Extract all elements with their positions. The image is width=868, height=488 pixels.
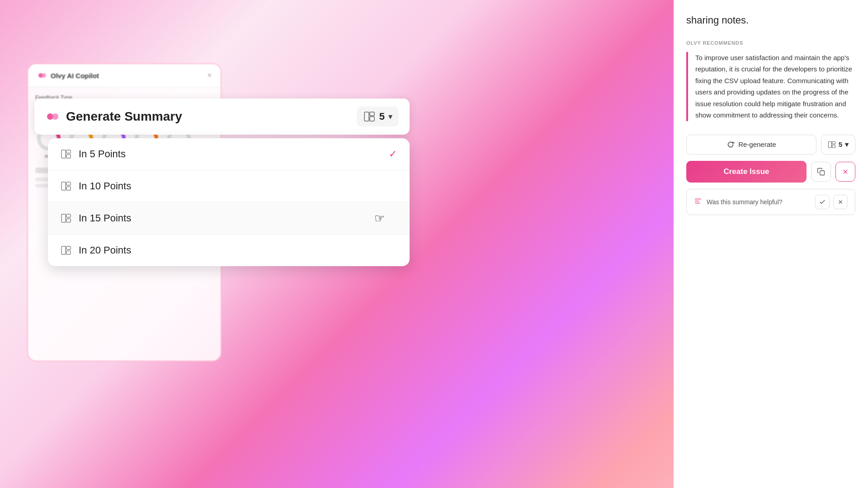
- svg-rect-28: [66, 214, 71, 217]
- check-icon: ✓: [389, 148, 397, 160]
- points-chevron-icon: ▾: [388, 112, 392, 122]
- points-icon: [363, 110, 376, 123]
- svg-rect-20: [370, 117, 374, 121]
- recommendation-block: To improve user satisfaction and maintai…: [686, 52, 855, 121]
- regen-points-value: 5: [839, 141, 842, 148]
- svg-rect-18: [364, 112, 369, 121]
- thumbs-down-button[interactable]: [833, 195, 848, 209]
- regen-chevron-icon: ▾: [845, 141, 849, 149]
- copy-icon: [817, 168, 825, 176]
- svg-point-1: [42, 73, 46, 78]
- svg-rect-21: [61, 150, 66, 158]
- cursor-hand-icon: ☞: [374, 211, 385, 225]
- re-generate-button[interactable]: Re-generate: [686, 135, 816, 155]
- svg-rect-25: [66, 182, 71, 185]
- svg-rect-26: [66, 187, 71, 190]
- lines-icon: [694, 197, 702, 205]
- svg-rect-22: [66, 150, 71, 153]
- generate-summary-bar: Generate Summary 5 ▾: [34, 99, 410, 135]
- create-issue-row: Create Issue: [686, 161, 855, 183]
- left-panel-label: Olvy AI Copilot: [51, 72, 99, 80]
- item-5-label: In 5 Points: [79, 148, 126, 160]
- helpful-actions: [815, 195, 848, 209]
- svg-rect-36: [820, 171, 825, 175]
- svg-rect-35: [832, 145, 835, 148]
- points-icon-5: [61, 149, 71, 160]
- dismiss-button[interactable]: [835, 162, 855, 182]
- dropdown-item-10-points[interactable]: In 10 Points: [48, 170, 410, 202]
- svg-rect-32: [66, 251, 71, 254]
- points-icon-10: [61, 181, 71, 192]
- sharing-notes-text: sharing notes.: [686, 14, 855, 28]
- dropdown-item-20-points[interactable]: In 20 Points: [48, 235, 410, 266]
- svg-rect-27: [61, 214, 66, 222]
- regen-points-selector-button[interactable]: 5 ▾: [821, 135, 855, 155]
- olvy-dots-icon: [45, 109, 60, 124]
- svg-rect-29: [66, 219, 71, 222]
- item-15-label: In 15 Points: [79, 212, 131, 224]
- svg-rect-33: [828, 141, 831, 148]
- dropdown-item-5-points[interactable]: In 5 Points ✓: [48, 138, 410, 170]
- selected-points-value: 5: [379, 111, 385, 122]
- left-panel-title: Olvy AI Copilot: [37, 70, 99, 80]
- svg-rect-19: [370, 112, 374, 116]
- dismiss-icon: [842, 168, 849, 175]
- svg-rect-30: [61, 246, 66, 254]
- dropdown-item-15-points[interactable]: In 15 Points ☞: [48, 202, 410, 235]
- svg-point-17: [52, 113, 58, 120]
- svg-rect-34: [832, 141, 835, 144]
- generate-summary-title: Generate Summary: [66, 109, 182, 124]
- helpful-text: Was this summary helpful?: [707, 198, 811, 206]
- olvy-recommends-label: OLVY RECOMMENDS: [686, 40, 855, 46]
- points-icon-15: [61, 213, 71, 224]
- points-selector-button[interactable]: 5 ▾: [357, 107, 399, 127]
- svg-rect-24: [61, 182, 66, 190]
- points-dropdown-menu: In 5 Points ✓ In 10 Points In 15 Points …: [48, 138, 410, 266]
- right-panel: sharing notes. OLVY RECOMMENDS To improv…: [674, 0, 868, 488]
- regen-cycle-icon: [726, 141, 735, 149]
- close-left-panel-button[interactable]: ×: [208, 71, 212, 80]
- regen-points-icon: [828, 141, 836, 149]
- create-issue-button[interactable]: Create Issue: [686, 161, 807, 183]
- item-20-label: In 20 Points: [79, 244, 131, 256]
- gen-summary-left: Generate Summary: [45, 109, 182, 124]
- helpful-row: Was this summary helpful?: [686, 189, 855, 215]
- copy-button[interactable]: [811, 162, 831, 182]
- svg-rect-31: [66, 246, 71, 249]
- recommendation-text: To improve user satisfaction and maintai…: [695, 52, 855, 121]
- olvy-logo-icon: [37, 70, 47, 80]
- svg-rect-23: [66, 155, 71, 158]
- item-10-label: In 10 Points: [79, 180, 131, 192]
- generate-summary-card: Generate Summary 5 ▾ In 5 Points ✓: [34, 99, 410, 266]
- thumbs-down-icon: [837, 199, 844, 205]
- thumbs-up-button[interactable]: [815, 195, 830, 209]
- points-icon-20: [61, 245, 71, 256]
- re-generate-label: Re-generate: [738, 141, 776, 148]
- thumbs-up-icon: [819, 198, 826, 206]
- regenerate-action-row: Re-generate 5 ▾: [686, 135, 855, 155]
- helpful-lines-icon: [694, 197, 702, 207]
